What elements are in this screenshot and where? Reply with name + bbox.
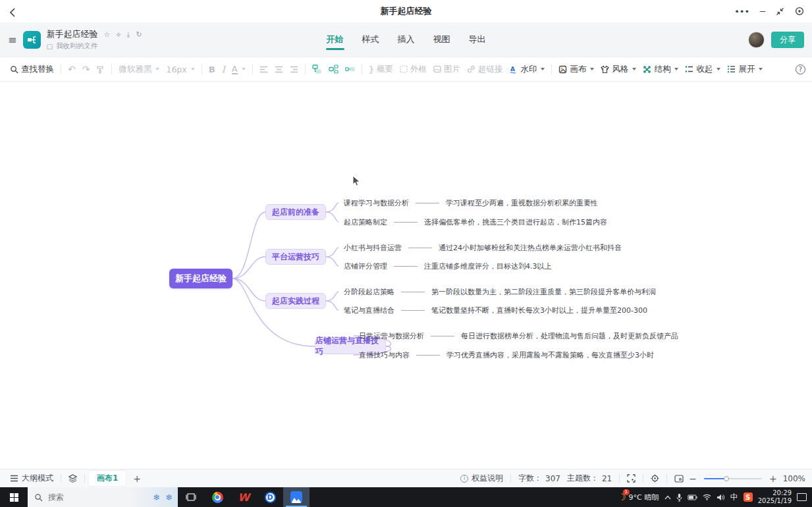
battery-tray-icon[interactable] bbox=[688, 494, 697, 500]
summary-button[interactable]: }概要 bbox=[365, 61, 396, 78]
mindmap-desc[interactable]: 第一阶段以数量为主，第二阶段注重质量，第三阶段提升客单价与利润 bbox=[431, 287, 656, 297]
mindmap-branch-node[interactable]: 平台运营技巧 bbox=[265, 249, 326, 265]
find-replace-button[interactable]: 查找替换 bbox=[7, 61, 57, 78]
bold-button[interactable]: B bbox=[205, 62, 219, 77]
weather-widget[interactable]: ☽1 9°C 晴朗 bbox=[618, 492, 659, 502]
mindmap-desc[interactable]: 每日进行数据榜单分析，处理物流与售后问题，及时更新负反馈产品 bbox=[461, 331, 678, 341]
rights-info-button[interactable]: i 权益说明 bbox=[457, 471, 506, 485]
locate-center-button[interactable] bbox=[647, 473, 663, 484]
d-app-button[interactable]: D bbox=[257, 487, 283, 507]
tab-start[interactable]: 开始 bbox=[326, 30, 344, 49]
mindmap-topic[interactable]: 笔记与直播结合 bbox=[344, 306, 394, 315]
zoom-slider[interactable] bbox=[704, 478, 762, 479]
outline-mode-button[interactable]: 大纲模式 bbox=[7, 471, 57, 485]
mindmap-desc[interactable]: 通过24小时加够粉丝和关注热点榜单来运营小红书和抖音 bbox=[439, 243, 622, 253]
mindmap-desc[interactable]: 注重店铺多维度评分，目标达到4.3以上 bbox=[424, 261, 552, 271]
italic-button[interactable]: I bbox=[219, 62, 229, 77]
mindmap-desc[interactable]: 学习课程至少两遍，重视数据分析积累的重要性 bbox=[446, 198, 598, 208]
insert-child-topic-button[interactable] bbox=[325, 62, 342, 76]
image-icon bbox=[433, 65, 441, 73]
insert-sibling-topic-button[interactable] bbox=[309, 62, 325, 76]
microphone-tray-icon[interactable] bbox=[676, 493, 682, 502]
minimize-button[interactable]: ─ bbox=[760, 7, 765, 16]
back-button[interactable] bbox=[9, 5, 24, 18]
font-color-button[interactable]: A bbox=[229, 62, 249, 77]
mindmap-branch-node[interactable]: 起店实践过程 bbox=[265, 293, 326, 309]
mindmap-topic[interactable]: 课程学习与数据分析 bbox=[344, 198, 409, 208]
zoom-slider-knob[interactable] bbox=[724, 476, 729, 481]
add-canvas-button[interactable]: + bbox=[131, 473, 143, 484]
tab-view[interactable]: 视图 bbox=[433, 30, 451, 49]
redo-button[interactable]: ↷ bbox=[79, 61, 94, 77]
watermark-button[interactable]: A 水印 bbox=[506, 61, 548, 78]
tray-expand-button[interactable] bbox=[664, 495, 671, 500]
history-icon[interactable]: ↻ bbox=[136, 30, 142, 39]
notification-center-button[interactable] bbox=[797, 493, 807, 501]
doc-location[interactable]: 我收到的文件 bbox=[56, 41, 97, 51]
tab-style[interactable]: 样式 bbox=[362, 30, 380, 49]
align-left-button[interactable] bbox=[256, 63, 271, 76]
mindmap-connector-dash bbox=[394, 222, 418, 223]
insert-parent-topic-button[interactable] bbox=[342, 62, 358, 76]
mindmap-branch-node[interactable]: 起店前的准备 bbox=[265, 204, 326, 220]
fit-screen-button[interactable] bbox=[624, 473, 639, 484]
minimap-button[interactable] bbox=[671, 473, 687, 484]
canvas-button[interactable]: 画布 bbox=[555, 61, 597, 78]
user-avatar[interactable] bbox=[748, 32, 765, 48]
sogou-ime-icon[interactable]: S bbox=[744, 493, 753, 502]
zoom-in-button[interactable]: + bbox=[767, 473, 779, 484]
task-view-button[interactable] bbox=[178, 487, 204, 507]
mindmap-app-button[interactable] bbox=[283, 487, 310, 507]
tag-icon[interactable]: ⟡ bbox=[116, 30, 121, 39]
zoom-out-button[interactable]: − bbox=[687, 473, 699, 484]
collapse-label: 收起 bbox=[696, 64, 713, 75]
mindmap-topic[interactable]: 日常运营与数据分析 bbox=[359, 331, 424, 341]
volume-tray-icon[interactable] bbox=[717, 494, 725, 501]
align-center-button[interactable] bbox=[271, 63, 286, 76]
wps-app-button[interactable]: W bbox=[230, 487, 257, 507]
restore-button[interactable] bbox=[776, 7, 784, 16]
taskbar-search[interactable]: ❄ ❄ bbox=[28, 487, 178, 507]
more-options-button[interactable]: ••• bbox=[734, 7, 749, 16]
mindmap-desc[interactable]: 选择偏低客单价，挑选三个类目进行起店，制作15篇内容 bbox=[424, 217, 607, 227]
format-painter-button[interactable] bbox=[93, 63, 108, 76]
mindmap-topic[interactable]: 起店策略制定 bbox=[344, 217, 387, 227]
clock-widget[interactable]: 20:29 2025/1/19 bbox=[758, 489, 792, 506]
mindmap-desc[interactable]: 学习优秀直播内容，采用露脸与不露脸策略，每次直播至少3小时 bbox=[447, 350, 654, 360]
help-button[interactable]: ? bbox=[796, 65, 805, 74]
mindmap-desc[interactable]: 笔记数量坚持不断，直播时长每次3小时以上，提升单量至200-300 bbox=[431, 306, 647, 315]
menu-button[interactable]: ≡ bbox=[8, 34, 16, 46]
undo-button[interactable]: ↶ bbox=[65, 61, 79, 77]
mindmap-canvas[interactable]: 新手起店经验起店前的准备课程学习与数据分析学习课程至少两遍，重视数据分析积累的重… bbox=[0, 82, 812, 469]
wifi-tray-icon[interactable] bbox=[703, 494, 711, 500]
align-right-button[interactable] bbox=[286, 63, 302, 76]
font-family-select[interactable]: 微软雅黑 bbox=[115, 61, 163, 78]
search-input[interactable] bbox=[48, 493, 114, 502]
canvas-tab[interactable]: 画布1 bbox=[89, 471, 126, 486]
chrome-app-button[interactable] bbox=[204, 487, 230, 507]
app-logo[interactable] bbox=[23, 31, 41, 49]
tab-export[interactable]: 导出 bbox=[468, 30, 487, 49]
style-button[interactable]: 风格 bbox=[597, 61, 639, 78]
start-button[interactable] bbox=[0, 487, 28, 507]
mindmap-topic[interactable]: 小红书与抖音运营 bbox=[344, 243, 402, 253]
frame-button[interactable]: 外框 bbox=[396, 61, 430, 78]
mindmap-topic[interactable]: 直播技巧与内容 bbox=[359, 350, 410, 360]
tab-insert[interactable]: 插入 bbox=[397, 30, 416, 49]
mindmap-topic[interactable]: 分阶段起店策略 bbox=[344, 287, 394, 297]
collapse-button[interactable]: 收起 bbox=[682, 61, 724, 78]
image-button[interactable]: 图片 bbox=[430, 61, 464, 78]
mindmap-topic[interactable]: 店铺评分管理 bbox=[344, 261, 387, 271]
structure-button[interactable]: 结构 bbox=[639, 61, 682, 78]
download-icon[interactable]: ⤓ bbox=[127, 30, 130, 39]
font-size-select[interactable]: 16px bbox=[163, 62, 198, 77]
layers-button[interactable] bbox=[65, 473, 80, 484]
share-button[interactable]: 分享 bbox=[771, 32, 804, 48]
star-icon[interactable]: ☆ bbox=[103, 30, 110, 39]
close-button[interactable] bbox=[795, 7, 804, 16]
hyperlink-button[interactable]: 超链接 bbox=[464, 61, 506, 78]
tray-time: 20:29 bbox=[758, 489, 792, 498]
expand-button[interactable]: 展开 bbox=[724, 61, 766, 78]
mindmap-root-node[interactable]: 新手起店经验 bbox=[169, 269, 232, 288]
ime-indicator[interactable]: 中 bbox=[730, 492, 738, 503]
